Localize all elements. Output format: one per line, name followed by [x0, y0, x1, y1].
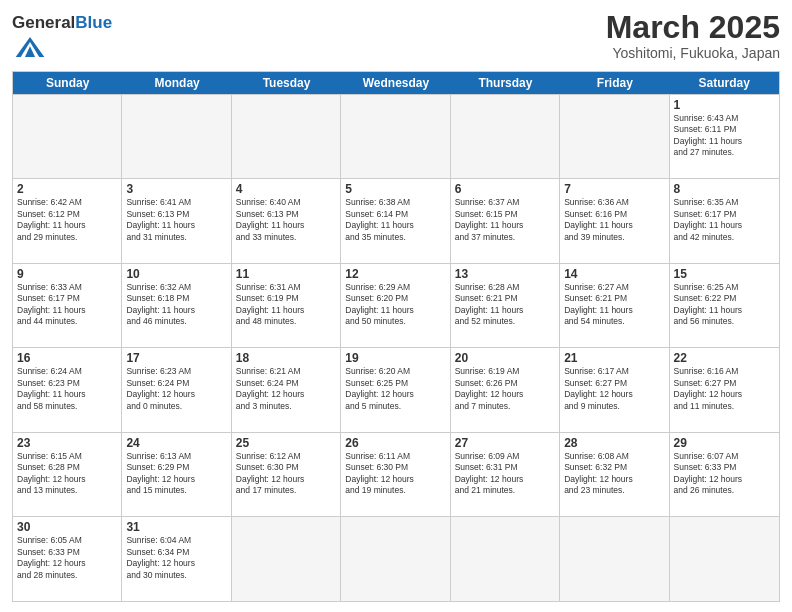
calendar-week-row: 2Sunrise: 6:42 AM Sunset: 6:12 PM Daylig…	[13, 178, 779, 263]
calendar-cell: 20Sunrise: 6:19 AM Sunset: 6:26 PM Dayli…	[451, 348, 560, 432]
day-number: 11	[236, 267, 336, 281]
day-number: 19	[345, 351, 445, 365]
title-block: March 2025 Yoshitomi, Fukuoka, Japan	[606, 10, 780, 61]
day-of-week-header: Saturday	[670, 72, 779, 94]
day-of-week-header: Monday	[122, 72, 231, 94]
day-number: 17	[126, 351, 226, 365]
month-title: March 2025	[606, 10, 780, 45]
cell-info: Sunrise: 6:37 AM Sunset: 6:15 PM Dayligh…	[455, 197, 555, 243]
cell-info: Sunrise: 6:24 AM Sunset: 6:23 PM Dayligh…	[17, 366, 117, 412]
cell-info: Sunrise: 6:28 AM Sunset: 6:21 PM Dayligh…	[455, 282, 555, 328]
calendar-cell: 9Sunrise: 6:33 AM Sunset: 6:17 PM Daylig…	[13, 264, 122, 348]
header: GeneralBlue March 2025 Yoshitomi, Fukuok…	[12, 10, 780, 65]
logo: GeneralBlue	[12, 14, 112, 65]
logo-text: GeneralBlue	[12, 14, 112, 33]
cell-info: Sunrise: 6:29 AM Sunset: 6:20 PM Dayligh…	[345, 282, 445, 328]
cell-info: Sunrise: 6:40 AM Sunset: 6:13 PM Dayligh…	[236, 197, 336, 243]
cell-info: Sunrise: 6:41 AM Sunset: 6:13 PM Dayligh…	[126, 197, 226, 243]
cell-info: Sunrise: 6:27 AM Sunset: 6:21 PM Dayligh…	[564, 282, 664, 328]
cell-info: Sunrise: 6:16 AM Sunset: 6:27 PM Dayligh…	[674, 366, 775, 412]
calendar-cell: 19Sunrise: 6:20 AM Sunset: 6:25 PM Dayli…	[341, 348, 450, 432]
day-number: 1	[674, 98, 775, 112]
calendar-cell	[560, 517, 669, 601]
calendar-cell: 30Sunrise: 6:05 AM Sunset: 6:33 PM Dayli…	[13, 517, 122, 601]
calendar-cell: 4Sunrise: 6:40 AM Sunset: 6:13 PM Daylig…	[232, 179, 341, 263]
cell-info: Sunrise: 6:13 AM Sunset: 6:29 PM Dayligh…	[126, 451, 226, 497]
day-number: 29	[674, 436, 775, 450]
day-of-week-header: Friday	[560, 72, 669, 94]
day-number: 23	[17, 436, 117, 450]
day-number: 8	[674, 182, 775, 196]
day-number: 24	[126, 436, 226, 450]
calendar-week-row: 23Sunrise: 6:15 AM Sunset: 6:28 PM Dayli…	[13, 432, 779, 517]
day-number: 31	[126, 520, 226, 534]
day-number: 25	[236, 436, 336, 450]
day-number: 20	[455, 351, 555, 365]
calendar-cell: 21Sunrise: 6:17 AM Sunset: 6:27 PM Dayli…	[560, 348, 669, 432]
cell-info: Sunrise: 6:11 AM Sunset: 6:30 PM Dayligh…	[345, 451, 445, 497]
calendar-week-row: 1Sunrise: 6:43 AM Sunset: 6:11 PM Daylig…	[13, 94, 779, 179]
cell-info: Sunrise: 6:05 AM Sunset: 6:33 PM Dayligh…	[17, 535, 117, 581]
calendar-cell: 18Sunrise: 6:21 AM Sunset: 6:24 PM Dayli…	[232, 348, 341, 432]
calendar-cell: 10Sunrise: 6:32 AM Sunset: 6:18 PM Dayli…	[122, 264, 231, 348]
day-number: 27	[455, 436, 555, 450]
calendar-cell: 26Sunrise: 6:11 AM Sunset: 6:30 PM Dayli…	[341, 433, 450, 517]
day-number: 2	[17, 182, 117, 196]
calendar-cell: 12Sunrise: 6:29 AM Sunset: 6:20 PM Dayli…	[341, 264, 450, 348]
cell-info: Sunrise: 6:23 AM Sunset: 6:24 PM Dayligh…	[126, 366, 226, 412]
day-number: 7	[564, 182, 664, 196]
calendar-week-row: 30Sunrise: 6:05 AM Sunset: 6:33 PM Dayli…	[13, 516, 779, 601]
calendar-cell: 28Sunrise: 6:08 AM Sunset: 6:32 PM Dayli…	[560, 433, 669, 517]
cell-info: Sunrise: 6:21 AM Sunset: 6:24 PM Dayligh…	[236, 366, 336, 412]
location: Yoshitomi, Fukuoka, Japan	[606, 45, 780, 61]
calendar-cell	[341, 95, 450, 179]
calendar-cell: 27Sunrise: 6:09 AM Sunset: 6:31 PM Dayli…	[451, 433, 560, 517]
cell-info: Sunrise: 6:25 AM Sunset: 6:22 PM Dayligh…	[674, 282, 775, 328]
cell-info: Sunrise: 6:20 AM Sunset: 6:25 PM Dayligh…	[345, 366, 445, 412]
calendar: SundayMondayTuesdayWednesdayThursdayFrid…	[12, 71, 780, 602]
calendar-cell	[232, 517, 341, 601]
calendar-cell: 23Sunrise: 6:15 AM Sunset: 6:28 PM Dayli…	[13, 433, 122, 517]
calendar-cell	[13, 95, 122, 179]
cell-info: Sunrise: 6:36 AM Sunset: 6:16 PM Dayligh…	[564, 197, 664, 243]
day-number: 4	[236, 182, 336, 196]
calendar-cell: 13Sunrise: 6:28 AM Sunset: 6:21 PM Dayli…	[451, 264, 560, 348]
calendar-header: SundayMondayTuesdayWednesdayThursdayFrid…	[13, 72, 779, 94]
day-number: 10	[126, 267, 226, 281]
calendar-cell: 31Sunrise: 6:04 AM Sunset: 6:34 PM Dayli…	[122, 517, 231, 601]
day-number: 30	[17, 520, 117, 534]
calendar-cell: 15Sunrise: 6:25 AM Sunset: 6:22 PM Dayli…	[670, 264, 779, 348]
calendar-cell: 16Sunrise: 6:24 AM Sunset: 6:23 PM Dayli…	[13, 348, 122, 432]
day-number: 6	[455, 182, 555, 196]
calendar-cell: 24Sunrise: 6:13 AM Sunset: 6:29 PM Dayli…	[122, 433, 231, 517]
cell-info: Sunrise: 6:42 AM Sunset: 6:12 PM Dayligh…	[17, 197, 117, 243]
calendar-cell: 3Sunrise: 6:41 AM Sunset: 6:13 PM Daylig…	[122, 179, 231, 263]
cell-info: Sunrise: 6:15 AM Sunset: 6:28 PM Dayligh…	[17, 451, 117, 497]
calendar-cell: 17Sunrise: 6:23 AM Sunset: 6:24 PM Dayli…	[122, 348, 231, 432]
calendar-cell: 6Sunrise: 6:37 AM Sunset: 6:15 PM Daylig…	[451, 179, 560, 263]
calendar-week-row: 16Sunrise: 6:24 AM Sunset: 6:23 PM Dayli…	[13, 347, 779, 432]
day-number: 21	[564, 351, 664, 365]
cell-info: Sunrise: 6:08 AM Sunset: 6:32 PM Dayligh…	[564, 451, 664, 497]
calendar-cell	[232, 95, 341, 179]
day-number: 14	[564, 267, 664, 281]
day-of-week-header: Sunday	[13, 72, 122, 94]
day-number: 22	[674, 351, 775, 365]
calendar-cell: 2Sunrise: 6:42 AM Sunset: 6:12 PM Daylig…	[13, 179, 122, 263]
cell-info: Sunrise: 6:19 AM Sunset: 6:26 PM Dayligh…	[455, 366, 555, 412]
cell-info: Sunrise: 6:32 AM Sunset: 6:18 PM Dayligh…	[126, 282, 226, 328]
calendar-cell: 25Sunrise: 6:12 AM Sunset: 6:30 PM Dayli…	[232, 433, 341, 517]
calendar-body: 1Sunrise: 6:43 AM Sunset: 6:11 PM Daylig…	[13, 94, 779, 601]
page: GeneralBlue March 2025 Yoshitomi, Fukuok…	[0, 0, 792, 612]
cell-info: Sunrise: 6:31 AM Sunset: 6:19 PM Dayligh…	[236, 282, 336, 328]
calendar-cell	[451, 95, 560, 179]
calendar-cell: 7Sunrise: 6:36 AM Sunset: 6:16 PM Daylig…	[560, 179, 669, 263]
calendar-cell: 11Sunrise: 6:31 AM Sunset: 6:19 PM Dayli…	[232, 264, 341, 348]
cell-info: Sunrise: 6:43 AM Sunset: 6:11 PM Dayligh…	[674, 113, 775, 159]
calendar-cell: 5Sunrise: 6:38 AM Sunset: 6:14 PM Daylig…	[341, 179, 450, 263]
calendar-cell: 22Sunrise: 6:16 AM Sunset: 6:27 PM Dayli…	[670, 348, 779, 432]
cell-info: Sunrise: 6:12 AM Sunset: 6:30 PM Dayligh…	[236, 451, 336, 497]
cell-info: Sunrise: 6:07 AM Sunset: 6:33 PM Dayligh…	[674, 451, 775, 497]
calendar-cell	[560, 95, 669, 179]
day-number: 5	[345, 182, 445, 196]
